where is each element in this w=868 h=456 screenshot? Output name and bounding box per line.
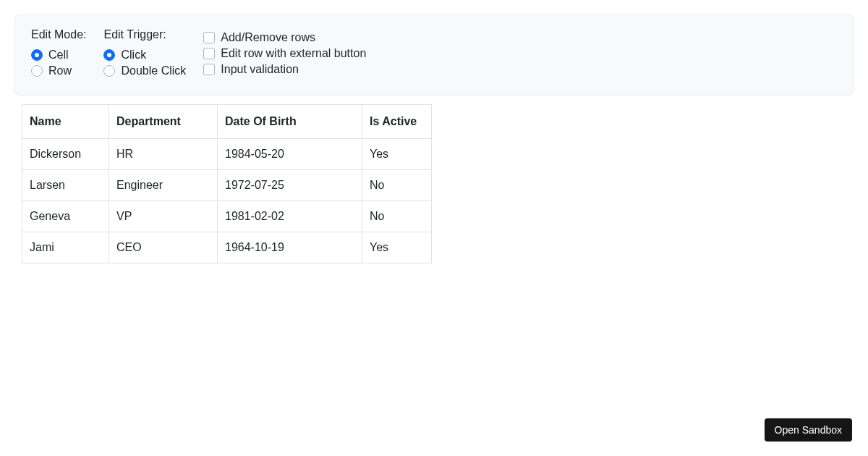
radio-edit-trigger-click[interactable]: Click xyxy=(103,48,186,62)
cell-name[interactable]: Geneva xyxy=(22,201,109,232)
table-row[interactable]: Larsen Engineer 1972-07-25 No xyxy=(22,170,432,201)
cell-dob[interactable]: 1984-05-20 xyxy=(218,139,362,170)
column-header-dob[interactable]: Date Of Birth xyxy=(218,105,362,139)
checkbox-input[interactable] xyxy=(203,48,215,59)
checkbox-label: Add/Remove rows xyxy=(221,31,315,44)
cell-department[interactable]: HR xyxy=(109,139,218,170)
radio-label: Double Click xyxy=(121,64,186,77)
open-sandbox-button[interactable]: Open Sandbox xyxy=(765,418,852,442)
column-header-department[interactable]: Department xyxy=(109,105,218,139)
cell-is-active[interactable]: No xyxy=(362,201,432,232)
cell-name[interactable]: Dickerson xyxy=(22,139,109,170)
table-row[interactable]: Jami CEO 1964-10-19 Yes xyxy=(22,232,432,263)
checkbox-input[interactable] xyxy=(203,64,215,75)
checkbox-label: Edit row with external button xyxy=(221,47,366,60)
radio-label: Click xyxy=(121,48,146,62)
cell-dob[interactable]: 1972-07-25 xyxy=(218,170,362,201)
edit-trigger-radios: Click Double Click xyxy=(103,48,186,77)
data-table: Name Department Date Of Birth Is Active … xyxy=(22,104,432,263)
edit-mode-title: Edit Mode: xyxy=(31,28,86,41)
edit-trigger-group: Edit Trigger: Click Double Click xyxy=(103,28,186,77)
radio-input[interactable] xyxy=(31,49,43,61)
radio-edit-mode-cell[interactable]: Cell xyxy=(31,48,86,62)
cell-dob[interactable]: 1964-10-19 xyxy=(218,232,362,263)
checkbox-label: Input validation xyxy=(221,63,299,76)
extras-checkboxes: Add/Remove rows Edit row with external b… xyxy=(203,31,366,76)
cell-dob[interactable]: 1981-02-02 xyxy=(218,201,362,232)
radio-input[interactable] xyxy=(103,49,115,61)
radio-input[interactable] xyxy=(103,65,115,77)
column-header-name[interactable]: Name xyxy=(22,105,109,139)
edit-mode-radios: Cell Row xyxy=(31,48,86,77)
checkbox-edit-row-external[interactable]: Edit row with external button xyxy=(203,47,366,60)
edit-mode-group: Edit Mode: Cell Row xyxy=(31,28,86,77)
table-header-row: Name Department Date Of Birth Is Active xyxy=(22,105,432,139)
radio-input[interactable] xyxy=(31,65,43,77)
table-row[interactable]: Dickerson HR 1984-05-20 Yes xyxy=(22,139,432,170)
options-panel: Edit Mode: Cell Row Edit Trigger: Click … xyxy=(14,14,854,96)
extras-group: Add/Remove rows Edit row with external b… xyxy=(203,28,366,77)
table-row[interactable]: Geneva VP 1981-02-02 No xyxy=(22,201,432,232)
radio-edit-trigger-double-click[interactable]: Double Click xyxy=(103,64,186,77)
column-header-is-active[interactable]: Is Active xyxy=(362,105,432,139)
cell-is-active[interactable]: No xyxy=(362,170,432,201)
cell-name[interactable]: Jami xyxy=(22,232,109,263)
cell-is-active[interactable]: Yes xyxy=(362,232,432,263)
radio-label: Cell xyxy=(48,48,69,62)
checkbox-input[interactable] xyxy=(203,32,215,43)
checkbox-add-remove-rows[interactable]: Add/Remove rows xyxy=(203,31,366,44)
checkbox-input-validation[interactable]: Input validation xyxy=(203,63,366,76)
cell-is-active[interactable]: Yes xyxy=(362,139,432,170)
cell-department[interactable]: CEO xyxy=(109,232,218,263)
cell-department[interactable]: VP xyxy=(109,201,218,232)
radio-label: Row xyxy=(48,64,72,77)
radio-edit-mode-row[interactable]: Row xyxy=(31,64,86,77)
edit-trigger-title: Edit Trigger: xyxy=(103,28,186,41)
cell-department[interactable]: Engineer xyxy=(109,170,218,201)
table-container: Name Department Date Of Birth Is Active … xyxy=(14,104,854,263)
cell-name[interactable]: Larsen xyxy=(22,170,109,201)
